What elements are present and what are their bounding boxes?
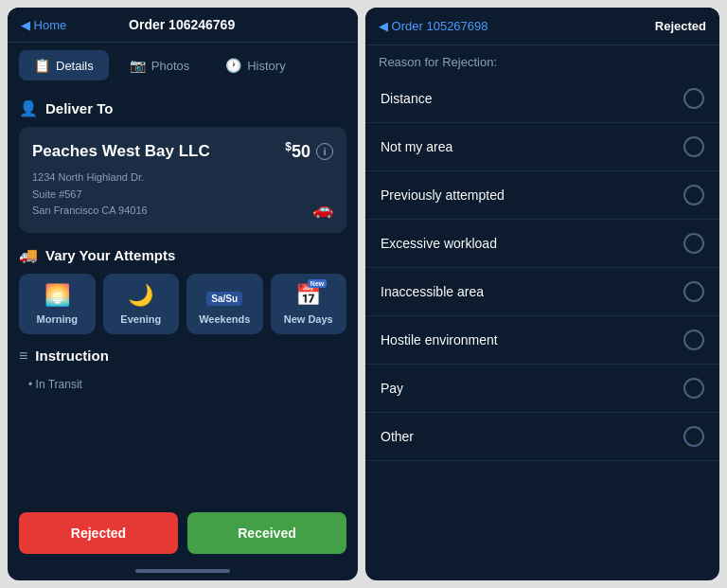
new-days-button[interactable]: 📅 New New Days: [271, 274, 347, 334]
deliver-to-header: 👤 Deliver To: [19, 99, 346, 117]
address-line1: 1234 North Highland Dr.: [32, 169, 148, 187]
reason-item-previously-attempted[interactable]: Previously attempted: [365, 171, 719, 220]
evening-button[interactable]: 🌙 Evening: [103, 274, 180, 334]
radio-other[interactable]: [683, 426, 704, 447]
price-value: $50: [285, 140, 310, 162]
reason-label-inaccessible-area: Inaccessible area: [381, 284, 484, 299]
order-title-left: Order 106246769: [66, 17, 297, 32]
left-content: 👤 Deliver To Peaches West Bay LLC $50 i …: [8, 88, 358, 503]
vary-icon: 🚚: [19, 246, 38, 264]
right-header: ◀ Order 105267698 Rejected: [365, 8, 719, 45]
weekends-label: Weekends: [199, 313, 250, 325]
tab-history-label: History: [247, 59, 285, 73]
car-icon: 🚗: [312, 199, 333, 220]
instruction-section: ≡ Instruction • In Transit: [19, 347, 346, 395]
attempt-grid: 🌅 Morning 🌙 Evening Sa/Su Weekends 📅: [19, 274, 346, 334]
reason-label-previously-attempted: Previously attempted: [381, 187, 505, 203]
radio-hostile-environment[interactable]: [683, 330, 704, 350]
morning-button[interactable]: 🌅 Morning: [19, 274, 96, 334]
rejected-button[interactable]: Rejected: [19, 512, 178, 554]
action-buttons: Rejected Received: [8, 503, 358, 569]
delivery-name-row: Peaches West Bay LLC $50 i: [32, 140, 333, 162]
new-days-icon: 📅 New: [295, 283, 321, 308]
left-panel: ◀ Home Order 106246769 📋 Details 📷 Photo…: [8, 8, 358, 580]
reason-item-not-my-area[interactable]: Not my area: [365, 123, 719, 171]
vary-attempts-header: 🚚 Vary Your Attempts: [19, 246, 346, 264]
evening-icon: 🌙: [128, 283, 153, 308]
radio-distance[interactable]: [683, 88, 704, 109]
company-name: Peaches West Bay LLC: [32, 142, 210, 161]
details-icon: 📋: [34, 58, 50, 73]
new-badge: New: [308, 279, 327, 288]
reason-item-hostile-environment[interactable]: Hostile environment: [365, 316, 719, 365]
tab-history[interactable]: 🕐 History: [210, 50, 300, 80]
evening-label: Evening: [120, 313, 161, 325]
reason-label-distance: Distance: [381, 91, 432, 106]
back-home-button[interactable]: ◀ Home: [21, 18, 66, 32]
delivery-address: 1234 North Highland Dr. Suite #567 San F…: [32, 169, 148, 220]
home-indicator: [135, 569, 230, 573]
reason-label-other: Other: [381, 429, 414, 444]
delivery-address-row: 1234 North Highland Dr. Suite #567 San F…: [32, 169, 333, 220]
tab-bar: 📋 Details 📷 Photos 🕐 History: [8, 43, 358, 88]
photos-icon: 📷: [130, 58, 146, 73]
deliver-icon: 👤: [19, 99, 38, 117]
reason-label-hostile-environment: Hostile environment: [381, 332, 498, 347]
reason-label-pay: Pay: [381, 381, 403, 396]
tab-photos[interactable]: 📷 Photos: [115, 50, 204, 80]
received-button[interactable]: Received: [187, 512, 346, 554]
info-button[interactable]: i: [316, 143, 333, 160]
radio-not-my-area[interactable]: [683, 136, 704, 157]
address-line2: Suite #567: [32, 187, 148, 204]
reason-label-not-my-area: Not my area: [381, 139, 452, 154]
vary-attempts-label: Vary Your Attempts: [45, 247, 175, 263]
weekends-button[interactable]: Sa/Su Weekends: [186, 274, 263, 334]
tab-details[interactable]: 📋 Details: [19, 50, 109, 80]
delivery-price: $50 i: [285, 140, 333, 162]
reason-item-distance[interactable]: Distance: [365, 75, 719, 123]
back-order-button[interactable]: ◀ Order 105267698: [379, 19, 488, 33]
history-icon: 🕐: [225, 58, 241, 73]
new-days-label: New Days: [284, 313, 333, 325]
radio-excessive-workload[interactable]: [683, 233, 704, 254]
weekends-icon: Sa/Su: [206, 283, 242, 308]
reason-label-excessive-workload: Excessive workload: [381, 236, 497, 251]
vary-attempts-section: 🚚 Vary Your Attempts 🌅 Morning 🌙 Evening…: [19, 246, 346, 334]
morning-label: Morning: [37, 313, 78, 325]
radio-pay[interactable]: [683, 378, 704, 399]
delivery-card: Peaches West Bay LLC $50 i 1234 North Hi…: [19, 127, 346, 233]
deliver-to-label: Deliver To: [45, 100, 113, 116]
instruction-icon: ≡: [19, 347, 27, 365]
tab-details-label: Details: [56, 59, 94, 73]
instruction-header: ≡ Instruction: [19, 347, 346, 365]
left-header: ◀ Home Order 106246769: [8, 8, 358, 43]
rejected-status-badge: Rejected: [655, 19, 706, 33]
instruction-item: • In Transit: [19, 374, 346, 395]
reason-for-rejection-header: Reason for Rejection:: [365, 45, 719, 75]
radio-previously-attempted[interactable]: [683, 185, 704, 205]
morning-icon: 🌅: [44, 283, 70, 308]
address-line3: San Francisco CA 94016: [32, 203, 148, 220]
tab-photos-label: Photos: [151, 59, 189, 73]
reason-list: Distance Not my area Previously attempte…: [365, 75, 719, 580]
reason-item-other[interactable]: Other: [365, 413, 719, 461]
reason-item-inaccessible-area[interactable]: Inaccessible area: [365, 268, 719, 316]
radio-inaccessible-area[interactable]: [683, 281, 704, 302]
instruction-label: Instruction: [35, 347, 109, 364]
right-panel: ◀ Order 105267698 Rejected Reason for Re…: [365, 8, 719, 580]
reason-item-excessive-workload[interactable]: Excessive workload: [365, 220, 719, 268]
reason-item-pay[interactable]: Pay: [365, 365, 719, 413]
